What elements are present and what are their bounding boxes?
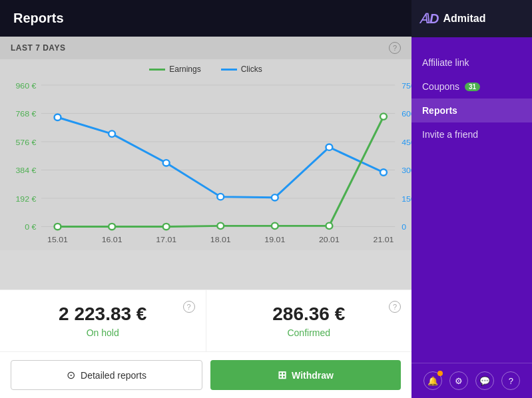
page-title: Reports [13,11,64,25]
chart-area: 960 € 768 € 576 € 384 € 192 € 0 € 750 60… [0,77,411,250]
svg-point-37 [326,223,332,229]
svg-text:17.01: 17.01 [156,235,176,244]
svg-point-26 [109,130,115,136]
svg-text:20.01: 20.01 [319,235,340,244]
svg-text:19.01: 19.01 [264,235,285,244]
detailed-reports-button[interactable]: ⊙ Detailed reports [11,360,202,390]
chart-legend: Earnings Clicks [0,59,411,77]
notification-dot [437,371,443,376]
withdraw-button[interactable]: ⊞ Withdraw [210,360,401,390]
last7days-label: LAST 7 DAYS [11,43,65,53]
invite-label: Invite a friend [422,129,478,140]
stats-row: 2 223.83 € On hold ? 286.36 € Confirmed … [0,290,411,351]
last7days-bar: LAST 7 DAYS ? [0,37,411,59]
svg-text:21.01: 21.01 [374,235,394,244]
svg-point-38 [380,113,387,119]
bottom-icons: 🔔 ⚙ 💬 ? [411,363,532,398]
chart-svg: 960 € 768 € 576 € 384 € 192 € 0 € 750 60… [0,77,411,250]
svg-point-31 [380,169,387,175]
chat-icon-button[interactable]: 💬 [475,371,494,390]
clicks-line-icon [221,69,237,71]
svg-text:384 €: 384 € [15,166,36,175]
left-panel: Reports LAST 7 DAYS ? Earnings Clicks [0,0,411,398]
affiliate-link-label: Affiliate link [422,57,469,68]
hold-help-icon[interactable]: ? [183,301,195,313]
svg-text:150: 150 [401,194,411,204]
legend-earnings: Earnings [149,65,200,74]
svg-text:0: 0 [401,223,406,232]
right-panel: 𝔸D Admitad Affiliate link Coupons 31 Rep… [411,0,532,398]
stat-hold: 2 223.83 € On hold ? [0,290,206,351]
hold-value: 2 223.83 € [13,303,192,325]
withdraw-label: Withdraw [292,370,334,381]
svg-point-33 [109,224,115,230]
confirmed-help-icon[interactable]: ? [389,301,401,313]
sidebar-item-reports[interactable]: Reports [411,99,532,122]
nav-items: Affiliate link Coupons 31 Reports Invite… [411,37,532,363]
hold-label: On hold [13,327,192,338]
coupons-badge: 31 [465,83,480,91]
earnings-line-icon [149,69,165,71]
svg-point-36 [272,223,278,229]
last7days-help-icon[interactable]: ? [389,42,401,54]
coupons-label: Coupons [422,81,459,92]
gear-icon-button[interactable]: ⚙ [449,371,468,390]
svg-text:0 €: 0 € [25,223,36,232]
svg-text:15.01: 15.01 [47,235,68,244]
left-header: Reports [0,0,411,37]
confirmed-label: Confirmed [220,327,399,338]
admitad-logo: 𝔸D Admitad [419,11,485,27]
svg-text:600: 600 [401,109,411,118]
svg-point-28 [217,194,224,200]
svg-text:300: 300 [401,166,411,175]
clicks-label: Clicks [241,65,262,74]
svg-point-29 [272,194,278,200]
reports-label: Reports [422,105,457,116]
svg-text:768 €: 768 € [15,109,36,118]
svg-text:450: 450 [401,138,411,147]
svg-point-25 [55,114,61,120]
svg-text:18.01: 18.01 [210,235,231,244]
earnings-label: Earnings [169,65,200,74]
stat-confirmed: 286.36 € Confirmed ? [206,290,412,351]
help-icon-button[interactable]: ? [501,371,520,390]
svg-text:192 €: 192 € [15,194,36,204]
sidebar-item-invite[interactable]: Invite a friend [411,122,532,146]
brand-name: Admitad [443,13,485,25]
svg-point-35 [217,223,224,229]
logo-icon: 𝔸D [419,11,439,27]
svg-text:750: 750 [401,81,411,91]
svg-point-27 [163,160,170,166]
chart-container: LAST 7 DAYS ? Earnings Clicks [0,37,411,290]
withdraw-icon: ⊞ [278,369,286,381]
svg-point-34 [163,224,170,230]
svg-text:576 €: 576 € [15,138,36,147]
svg-text:16.01: 16.01 [102,235,123,244]
detailed-reports-label: Detailed reports [81,370,146,381]
sidebar-item-affiliate-link[interactable]: Affiliate link [411,51,532,75]
svg-text:960 €: 960 € [15,81,36,91]
report-icon: ⊙ [67,369,75,381]
bell-icon-button[interactable]: 🔔 [423,371,442,390]
sidebar-item-coupons[interactable]: Coupons 31 [411,75,532,99]
button-row: ⊙ Detailed reports ⊞ Withdraw [0,351,411,398]
confirmed-value: 286.36 € [220,303,399,325]
legend-clicks: Clicks [221,65,262,74]
right-header: 𝔸D Admitad [411,0,532,37]
svg-point-30 [326,144,332,150]
svg-point-32 [55,224,61,230]
